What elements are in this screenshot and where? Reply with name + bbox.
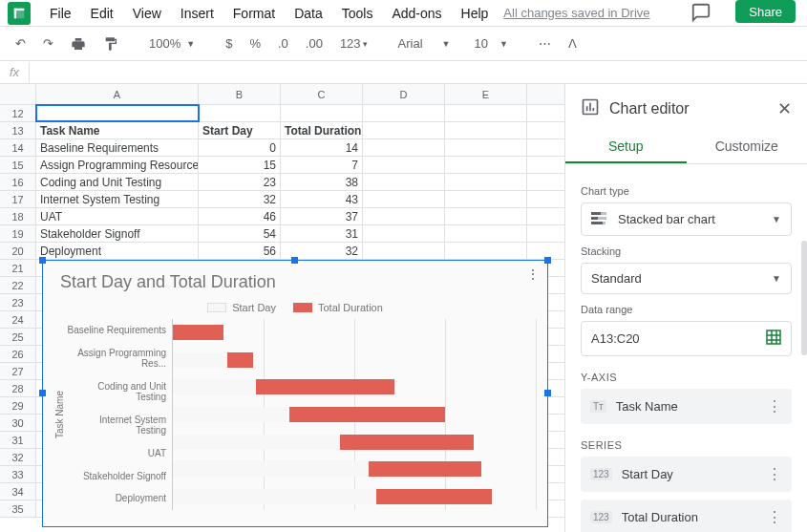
cell[interactable]: 37	[281, 208, 363, 224]
row-header[interactable]: 19	[0, 225, 36, 242]
yaxis-chip[interactable]: Tт Task Name ⋮	[581, 389, 792, 424]
cell[interactable]	[445, 105, 527, 121]
cell[interactable]: Assign Programming Resources	[36, 157, 199, 173]
cell[interactable]	[445, 243, 527, 259]
column-header-B[interactable]: B	[199, 84, 281, 104]
redo-button[interactable]: ↷	[37, 32, 59, 54]
stacking-select[interactable]: Standard ▼	[581, 263, 792, 294]
more-icon[interactable]: ⋮	[767, 508, 782, 526]
cell[interactable]	[445, 225, 527, 242]
cell[interactable]	[199, 105, 281, 121]
decrease-decimal-button[interactable]: .0	[272, 32, 294, 54]
format-percent-button[interactable]: %	[244, 32, 266, 54]
cell[interactable]	[363, 122, 445, 138]
row-header[interactable]: 33	[0, 466, 36, 482]
more-icon[interactable]: ⋮	[767, 397, 782, 415]
resize-handle[interactable]	[291, 257, 298, 264]
cell[interactable]	[363, 243, 445, 259]
chart-menu-button[interactable]: ⋮	[526, 266, 540, 282]
cell[interactable]	[363, 139, 445, 156]
undo-button[interactable]: ↶	[10, 32, 32, 54]
row-header[interactable]: 20	[0, 243, 36, 259]
sheets-logo[interactable]	[8, 2, 31, 25]
row-header[interactable]: 17	[0, 191, 36, 207]
more-tools-button[interactable]: ⋯	[533, 32, 557, 54]
column-header-E[interactable]: E	[445, 84, 527, 104]
chart-type-select[interactable]: Stacked bar chart ▼	[581, 202, 792, 236]
zoom-select[interactable]: 100%▼	[143, 32, 201, 54]
tab-customize[interactable]: Customize	[687, 129, 808, 163]
cell[interactable]: 7	[281, 157, 363, 173]
cell[interactable]	[445, 139, 527, 156]
spreadsheet-grid[interactable]: ABCDE 1213Task NameStart DayTotal Durati…	[0, 84, 564, 532]
series-chip[interactable]: 123 Total Duration ⋮	[581, 500, 792, 532]
font-size-select[interactable]: 10▼	[469, 32, 514, 54]
column-header-C[interactable]: C	[281, 84, 363, 104]
data-range-input[interactable]: A13:C20	[581, 321, 792, 356]
cell[interactable]	[445, 208, 527, 224]
menu-format[interactable]: Format	[225, 2, 283, 25]
cell[interactable]: 43	[281, 191, 363, 207]
row-header[interactable]: 13	[0, 122, 36, 138]
cell[interactable]: Coding and Unit Testing	[36, 174, 199, 190]
more-icon[interactable]: ⋮	[767, 465, 782, 483]
font-select[interactable]: Arial▼	[393, 32, 450, 54]
resize-handle[interactable]	[39, 257, 46, 264]
row-header[interactable]: 26	[0, 346, 36, 362]
cell[interactable]	[445, 191, 527, 207]
cell[interactable]: 15	[199, 157, 281, 173]
cell[interactable]: 54	[199, 225, 281, 242]
row-header[interactable]: 18	[0, 208, 36, 224]
cell[interactable]: Task Name	[36, 122, 199, 138]
row-header[interactable]: 34	[0, 483, 36, 500]
cell[interactable]: 56	[199, 243, 281, 259]
row-header[interactable]: 14	[0, 139, 36, 156]
row-header[interactable]: 16	[0, 174, 36, 190]
paint-format-button[interactable]	[97, 32, 124, 55]
row-header[interactable]: 21	[0, 260, 36, 276]
row-header[interactable]: 25	[0, 329, 36, 345]
menu-data[interactable]: Data	[287, 2, 330, 25]
row-header[interactable]: 15	[0, 157, 36, 173]
comment-icon[interactable]	[690, 2, 711, 26]
cell[interactable]: 38	[281, 174, 363, 190]
row-header[interactable]: 29	[0, 397, 36, 414]
cell[interactable]: 14	[281, 139, 363, 156]
column-header-D[interactable]: D	[363, 84, 445, 104]
resize-handle[interactable]	[544, 257, 551, 264]
embedded-chart[interactable]: ⋮ Start Day and Total Duration Start Day…	[42, 260, 548, 527]
increase-decimal-button[interactable]: .00	[300, 32, 329, 54]
cell[interactable]: Start Day	[199, 122, 281, 138]
cell[interactable]	[363, 208, 445, 224]
scrollbar[interactable]	[801, 241, 807, 355]
cell[interactable]: Internet System Testing	[36, 191, 199, 207]
row-header[interactable]: 12	[0, 105, 36, 121]
cell[interactable]: Total Duration	[281, 122, 363, 138]
row-header[interactable]: 23	[0, 294, 36, 310]
cell[interactable]: UAT	[36, 208, 199, 224]
cell[interactable]	[363, 174, 445, 190]
row-header[interactable]: 31	[0, 432, 36, 448]
collapse-toolbar-button[interactable]: ᐱ	[563, 32, 583, 54]
cell[interactable]: 31	[281, 225, 363, 242]
cell[interactable]	[445, 122, 527, 138]
number-format-select[interactable]: 123▾	[334, 32, 373, 54]
cell[interactable]	[363, 105, 445, 121]
cell[interactable]: 23	[199, 174, 281, 190]
formula-input[interactable]	[30, 61, 807, 83]
row-header[interactable]: 32	[0, 449, 36, 465]
cell[interactable]: Deployment	[36, 243, 199, 259]
cell[interactable]	[445, 157, 527, 173]
menu-tools[interactable]: Tools	[334, 2, 381, 25]
save-status[interactable]: All changes saved in Drive	[503, 6, 649, 20]
menu-view[interactable]: View	[125, 2, 169, 25]
tab-setup[interactable]: Setup	[565, 129, 687, 163]
close-icon[interactable]: ✕	[777, 98, 792, 119]
cell[interactable]: Stakeholder Signoff	[36, 225, 199, 242]
select-all-corner[interactable]	[0, 84, 36, 104]
cell[interactable]	[281, 105, 363, 121]
cell[interactable]	[363, 157, 445, 173]
resize-handle[interactable]	[39, 390, 46, 396]
series-chip[interactable]: 123 Start Day ⋮	[581, 457, 792, 492]
column-header-A[interactable]: A	[36, 84, 199, 104]
